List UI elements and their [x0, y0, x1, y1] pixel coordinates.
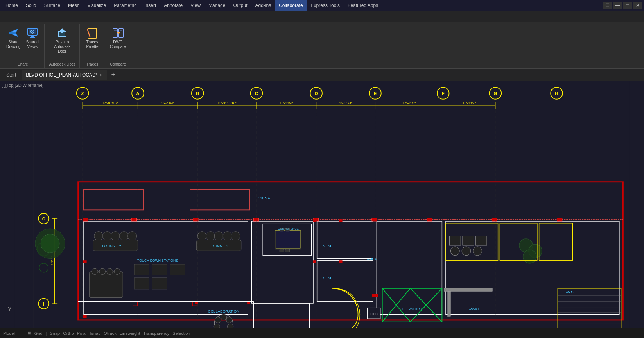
- custom-btn[interactable]: ☰: [603, 2, 612, 9]
- svg-text:100SF: 100SF: [469, 306, 480, 311]
- doc-tab-close-icon[interactable]: ×: [100, 72, 103, 78]
- svg-rect-157: [83, 260, 87, 263]
- start-tab[interactable]: Start: [2, 70, 21, 80]
- svg-rect-23: [114, 32, 117, 32]
- status-bar: Model | ⊞ Grid | Snap Ortho Polar Isnap …: [0, 328, 644, 338]
- maximize-btn[interactable]: □: [623, 2, 632, 9]
- status-snap[interactable]: ⊞: [28, 331, 31, 336]
- svg-text:D: D: [315, 91, 318, 96]
- svg-point-98: [128, 232, 137, 241]
- svg-text:B: B: [196, 91, 199, 96]
- new-tab-button[interactable]: +: [108, 70, 118, 80]
- status-lineweight[interactable]: Lineweight: [120, 331, 140, 336]
- share-drawing-icon: [7, 27, 20, 39]
- svg-text:45 SF: 45 SF: [566, 290, 576, 294]
- ribbon-group-autodesk-docs: Push toAutodesk Docs Autodesk Docs: [45, 24, 80, 68]
- menu-output[interactable]: Output: [229, 0, 251, 11]
- svg-rect-25: [120, 32, 122, 32]
- svg-point-112: [107, 268, 113, 274]
- share-drawing-label: ShareDrawing: [6, 40, 21, 49]
- canvas-area[interactable]: [-][Top][2D Wireframe] Z A B C D E F G H: [0, 81, 644, 328]
- status-transparency[interactable]: Transparency: [143, 331, 169, 336]
- doc-tab-label: BLVD OFFICE_PLAN-AUTOCAD*: [26, 72, 97, 78]
- status-ortho[interactable]: Ortho: [63, 331, 74, 336]
- status-otrack[interactable]: Otrack: [104, 331, 116, 336]
- menu-solid[interactable]: Solid: [22, 0, 40, 11]
- menu-visualize[interactable]: Visualize: [83, 0, 110, 11]
- svg-point-105: [231, 232, 240, 241]
- svg-text:50 SF: 50 SF: [323, 243, 333, 248]
- shared-views-icon: [26, 27, 39, 39]
- svg-point-94: [94, 232, 103, 241]
- svg-rect-11: [61, 30, 63, 33]
- menu-bar: Home Solid Surface Mesh Visualize Parame…: [0, 0, 644, 11]
- compare-group-items: DWGCompare: [108, 24, 127, 61]
- svg-text:15'-41/4": 15'-41/4": [161, 101, 174, 105]
- menu-mesh[interactable]: Mesh: [64, 0, 83, 11]
- shared-views-btn[interactable]: SharedViews: [24, 26, 41, 50]
- svg-point-110: [92, 268, 98, 274]
- status-isnap[interactable]: Isnap: [90, 331, 100, 336]
- autodesk-docs-items: Push toAutodesk Docs: [49, 24, 75, 61]
- view-label: [-][Top][2D Wireframe]: [2, 83, 44, 88]
- dwg-compare-btn[interactable]: DWGCompare: [108, 26, 127, 50]
- svg-rect-200: [339, 219, 343, 222]
- svg-text:118 SF: 118 SF: [367, 256, 379, 261]
- menu-parametric[interactable]: Parametric: [110, 0, 140, 11]
- menu-annotate[interactable]: Annotate: [160, 0, 187, 11]
- svg-rect-153: [372, 218, 377, 221]
- svg-rect-202: [313, 219, 316, 222]
- menu-add-ins[interactable]: Add-ins: [251, 0, 275, 11]
- svg-rect-91: [280, 249, 284, 252]
- doc-tab-main[interactable]: BLVD OFFICE_PLAN-AUTOCAD* ×: [22, 70, 107, 80]
- menu-surface[interactable]: Surface: [40, 0, 64, 11]
- traces-palette-btn[interactable]: TracesPalette: [84, 26, 101, 50]
- svg-rect-186: [475, 236, 487, 245]
- autodesk-docs-group-label: Autodesk Docs: [48, 61, 76, 66]
- share-drawing-btn[interactable]: ShareDrawing: [5, 26, 22, 50]
- compare-group-label: Compare: [108, 61, 127, 66]
- svg-text:A: A: [136, 91, 139, 96]
- menu-express-tools[interactable]: Express Tools: [307, 0, 344, 11]
- svg-text:CONFERENCE: CONFERENCE: [278, 227, 298, 231]
- menu-home[interactable]: Home: [2, 0, 22, 11]
- svg-text:14'-07/16": 14'-07/16": [102, 101, 118, 105]
- svg-rect-209: [448, 290, 451, 317]
- svg-rect-148: [83, 218, 88, 221]
- ribbon-group-compare: DWGCompare Compare: [105, 24, 131, 68]
- push-to-autodesk-btn[interactable]: Push toAutodesk Docs: [49, 26, 75, 55]
- svg-text:118 SF: 118 SF: [258, 196, 270, 200]
- minimize-btn[interactable]: —: [613, 2, 622, 9]
- menu-insert[interactable]: Insert: [140, 0, 160, 11]
- svg-point-103: [214, 232, 223, 241]
- status-grid[interactable]: Grid: [34, 331, 43, 336]
- status-snap-label[interactable]: Snap: [50, 331, 60, 336]
- svg-point-189: [473, 247, 482, 256]
- svg-rect-155: [492, 218, 497, 221]
- floor-plan: Z A B C D E F G H O I 14'-07/16": [0, 81, 644, 328]
- svg-text:LOUNGE 2: LOUNGE 2: [102, 244, 121, 248]
- status-polar[interactable]: Polar: [77, 331, 87, 336]
- dwg-compare-label: DWGCompare: [110, 40, 126, 49]
- status-coords: Model: [3, 331, 15, 336]
- svg-text:F: F: [442, 91, 445, 96]
- svg-rect-116: [152, 264, 167, 275]
- svg-point-104: [223, 232, 232, 241]
- close-btn[interactable]: ✕: [633, 2, 642, 9]
- svg-point-111: [99, 268, 105, 274]
- menu-manage[interactable]: Manage: [205, 0, 229, 11]
- svg-marker-10: [60, 28, 65, 31]
- svg-rect-9: [59, 32, 65, 36]
- ribbon-group-share: ShareDrawing SharedViews: [2, 24, 45, 68]
- status-selection[interactable]: Selection: [172, 331, 190, 336]
- svg-rect-118: [134, 278, 149, 289]
- menu-collaborate[interactable]: Collaborate: [275, 0, 307, 11]
- svg-point-113: [114, 268, 120, 274]
- svg-point-5: [32, 31, 33, 32]
- menu-view[interactable]: View: [187, 0, 205, 11]
- menu-featured-apps[interactable]: Featured Apps: [344, 0, 382, 11]
- svg-rect-204: [375, 294, 378, 297]
- svg-rect-14: [89, 32, 95, 32]
- svg-rect-92: [285, 249, 289, 252]
- compass-indicator: Y: [8, 306, 11, 312]
